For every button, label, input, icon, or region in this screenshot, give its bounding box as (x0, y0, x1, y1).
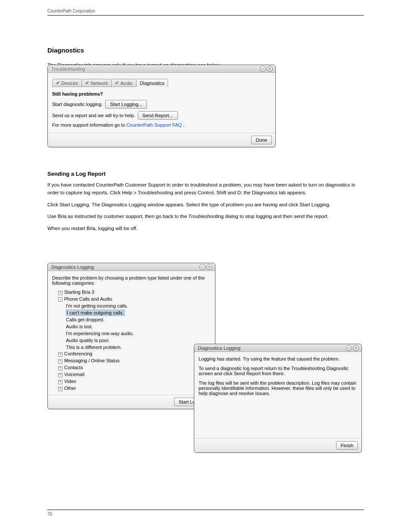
check-icon: ✔ (85, 80, 89, 86)
line-report-text: Send us a report and we will try to help… (52, 113, 135, 118)
paragraph-2b: Start Logging (59, 202, 89, 207)
tree-item[interactable]: Audio is lost. (66, 324, 211, 330)
line-faq-suffix: . (182, 122, 184, 128)
finish-button[interactable]: Finish (336, 441, 358, 450)
minimize-icon[interactable]: – (346, 345, 352, 351)
tab-diagnostics-label: Diagnostics (140, 81, 165, 86)
tree-node-voicemail[interactable]: Voicemail (64, 372, 84, 377)
tab-strip: ✔Devices ✔Network ✔Audio Diagnostics (52, 79, 271, 87)
tab-network[interactable]: ✔Network (81, 79, 112, 87)
window-title: Troubleshooting (51, 66, 85, 72)
page-number: 70 (47, 512, 52, 516)
expand-icon[interactable]: + (58, 387, 62, 391)
troubleshooting-window: Troubleshooting – × ✔Devices ✔Network ✔A… (47, 65, 276, 147)
page-footer: 70 (47, 510, 364, 516)
close-icon[interactable]: × (267, 66, 273, 72)
paragraph-1: If you have contacted CounterPath Custom… (47, 181, 362, 197)
tree-item[interactable]: I'm not getting incoming calls. (66, 303, 211, 310)
start-logging-button[interactable]: Start Logging... (105, 100, 147, 109)
header-left: CounterPath Corporation (47, 9, 95, 13)
tree-node-video[interactable]: Video (64, 379, 76, 384)
collapse-icon[interactable]: – (58, 297, 62, 302)
minimize-icon[interactable]: – (199, 264, 206, 270)
send-report-button[interactable]: Send Report... (138, 111, 178, 120)
subsection-title: Sending a Log Report (47, 171, 362, 177)
paragraph-2: Click Start Logging. The Diagnostics Log… (47, 201, 362, 209)
tree-node-starting[interactable]: Starting Bria 3 (64, 289, 94, 295)
line-faq-prefix: For more support information go to (52, 122, 126, 128)
diagnostics-logging-window: Diagnostics Logging – × Describe the pro… (47, 263, 215, 409)
paragraph-3: Use Bria as instructed by customer suppo… (47, 213, 362, 221)
expand-icon[interactable]: + (58, 359, 62, 364)
minimize-icon[interactable]: – (260, 66, 266, 72)
diag2-p2: To send a diagnostic log report return t… (199, 366, 357, 376)
paragraph-2c: . The Diagnostics Logging window appears… (89, 202, 330, 207)
tree-node-phone[interactable]: Phone Calls and Audio (64, 296, 112, 302)
section-title: Diagnostics (47, 47, 362, 54)
diag2-p1: Logging has started. Try using the featu… (199, 356, 357, 361)
line-logging-text: Start diagnostic logging. (52, 102, 103, 107)
window-title: Diagnostics Logging (51, 264, 94, 270)
tab-devices-label: Devices (61, 81, 78, 86)
close-icon[interactable]: × (206, 264, 212, 270)
close-icon[interactable]: × (353, 345, 359, 351)
expand-icon[interactable]: + (58, 380, 62, 384)
header-rule (47, 15, 364, 16)
tree-node-conferencing[interactable]: Conferencing (64, 351, 92, 356)
expand-icon[interactable]: + (58, 366, 62, 370)
diag2-p3: The log files will be sent with the prob… (199, 380, 357, 396)
problem-tree: +Starting Bria 3 –Phone Calls and Audio … (52, 289, 211, 392)
page-header: CounterPath Corporation (47, 9, 364, 13)
expand-icon[interactable]: + (58, 373, 62, 377)
tab-audio[interactable]: ✔Audio (111, 79, 136, 87)
diagnostics-logging-result-window: Diagnostics Logging – × Logging has star… (194, 344, 362, 453)
tree-item[interactable]: I'm experiencing one-way audio. (66, 330, 211, 337)
tree-item[interactable]: Calls get dropped. (66, 317, 211, 324)
tab-audio-label: Audio (120, 81, 132, 86)
paragraph-4: When you restart Bria, logging will be o… (47, 225, 362, 233)
tab-devices[interactable]: ✔Devices (52, 79, 82, 87)
window-titlebar: Diagnostics Logging – × (194, 344, 361, 352)
tab-diagnostics[interactable]: Diagnostics (136, 79, 168, 87)
window-titlebar: Diagnostics Logging – × (48, 263, 215, 271)
diag-prompt: Describe the problem by choosing a probl… (52, 275, 211, 286)
support-faq-link[interactable]: CounterPath Support FAQ (126, 122, 181, 128)
tree-node-other[interactable]: Other (64, 386, 76, 391)
tab-network-label: Network (90, 81, 108, 86)
done-button[interactable]: Done (251, 136, 272, 144)
check-icon: ✔ (115, 80, 119, 86)
check-icon: ✔ (56, 80, 60, 86)
tree-item[interactable]: This is a different problem. (66, 344, 211, 351)
paragraph-2a: Click (47, 202, 59, 207)
expand-icon[interactable]: + (58, 352, 62, 357)
window-titlebar: Troubleshooting – × (48, 65, 275, 73)
tree-item-selected[interactable]: I can't make outgoing calls. (66, 310, 125, 316)
tree-node-contacts[interactable]: Contacts (64, 365, 83, 370)
window-title: Diagnostics Logging (198, 345, 240, 351)
panel-heading: Still having problems? (52, 91, 271, 96)
tree-node-messaging[interactable]: Messaging / Online Status (64, 358, 119, 363)
tree-item[interactable]: Audio quality is poor. (66, 337, 211, 344)
expand-icon[interactable]: + (58, 291, 62, 295)
